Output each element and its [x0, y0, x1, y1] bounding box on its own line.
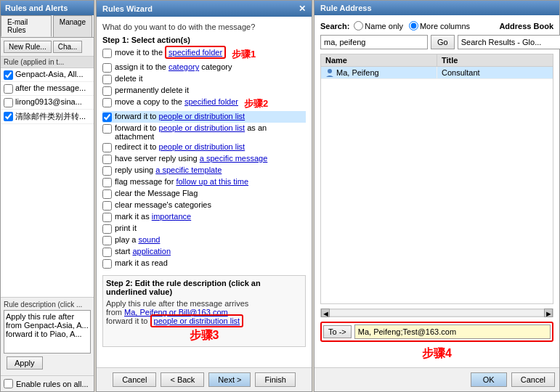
ok-button[interactable]: OK: [471, 372, 507, 387]
action-copy-checkbox[interactable]: [102, 98, 112, 107]
step2-distlist-link[interactable]: people or distribution list: [154, 317, 240, 325]
sound-link[interactable]: sound: [138, 235, 160, 244]
address-footer: OK Cancel: [315, 367, 559, 391]
apply-button[interactable]: Apply: [7, 356, 43, 369]
action-redirect-text: redirect it to people or distribution li…: [115, 142, 245, 151]
tab-manage[interactable]: Manage: [53, 15, 92, 37]
tab-email-rules[interactable]: E-mail Rules: [1, 15, 52, 37]
category-link[interactable]: category: [169, 62, 199, 71]
action-print-text: print it: [115, 224, 137, 232]
cancel-button[interactable]: Cancel: [113, 372, 156, 387]
change-button[interactable]: Cha...: [53, 41, 83, 53]
radio-name-only-input[interactable]: [354, 21, 363, 30]
result-name-0: Ma, Peifeng: [336, 68, 379, 77]
action-server-reply-checkbox[interactable]: [102, 155, 112, 164]
enable-rules-checkbox[interactable]: [4, 379, 13, 388]
action-clear-flag-checkbox[interactable]: [102, 189, 112, 199]
action-forward-attach: forward it to people or distribution lis…: [102, 123, 306, 142]
copy-folder-link[interactable]: specified folder: [184, 97, 238, 106]
new-rule-button[interactable]: New Rule...: [4, 41, 52, 53]
finish-button[interactable]: Finish: [255, 372, 295, 387]
list-item[interactable]: after the message...: [1, 82, 94, 96]
action-forward: forward it to people or distribution lis…: [102, 111, 306, 123]
action-flag-text: flag message for follow up at this time: [115, 177, 248, 186]
action-forward-attach-checkbox[interactable]: [102, 124, 112, 134]
table-row[interactable]: Ma, Peifeng Consultant: [321, 67, 553, 79]
action-redirect: redirect it to people or distribution li…: [102, 142, 306, 153]
action-delete-checkbox[interactable]: [102, 75, 112, 84]
redirect-link[interactable]: people or distribution list: [159, 142, 245, 151]
to-input[interactable]: [354, 324, 551, 339]
action-copy: move a copy to the specified folder 步骤2: [102, 97, 306, 111]
rule-checkbox-3[interactable]: [4, 112, 13, 121]
rules-toolbar: New Rule... Cha...: [1, 38, 94, 57]
action-mark-importance-text: mark it as importance: [115, 212, 191, 221]
application-link[interactable]: application: [132, 247, 171, 256]
back-button[interactable]: < Back: [161, 372, 204, 387]
rule-checkbox-2[interactable]: [4, 98, 13, 107]
forward-attach-link[interactable]: people or distribution list: [159, 123, 245, 132]
action-clear-categories-checkbox[interactable]: [102, 201, 112, 211]
specified-folder-link[interactable]: specified folder: [169, 48, 222, 57]
rule-checkbox-0[interactable]: [4, 70, 13, 80]
action-print-checkbox[interactable]: [102, 224, 112, 234]
action-server-reply-text: have server reply using a specific messa…: [115, 154, 267, 163]
next-button[interactable]: Next >: [208, 372, 251, 387]
action-redirect-checkbox[interactable]: [102, 143, 112, 152]
go-button[interactable]: Go: [431, 35, 455, 49]
action-mark-read-checkbox[interactable]: [102, 259, 112, 269]
address-content: Search: Name only More columns Address B…: [315, 15, 559, 367]
radio-more-columns[interactable]: More columns: [409, 21, 470, 30]
action-forward-attach-text: forward it to people or distribution lis…: [115, 123, 306, 141]
rule-checkbox-1[interactable]: [4, 84, 13, 94]
action-move-checkbox[interactable]: [102, 49, 112, 58]
cell-name: Ma, Peifeng: [321, 67, 437, 78]
rule-description-area: Rule description (click ... Apply this r…: [1, 297, 94, 375]
rules-alerts-title: Rules and Alerts: [1, 1, 94, 15]
cell-title: Consultant: [437, 67, 553, 78]
address-cancel-button[interactable]: Cancel: [511, 372, 555, 387]
wizard-title-text: Rules Wizard: [102, 4, 153, 13]
action-assign-checkbox[interactable]: [102, 63, 112, 73]
scroll-right-btn[interactable]: ►: [544, 309, 553, 317]
radio-more-columns-input[interactable]: [409, 21, 418, 30]
description-text: Apply this rule afterfrom Genpact-Asia, …: [6, 312, 89, 338]
step2-title: Step 2: Edit the rule description (click…: [106, 279, 302, 296]
action-reply-template-checkbox[interactable]: [102, 166, 112, 176]
to-button[interactable]: To ->: [323, 325, 352, 338]
reply-template-link[interactable]: a specific template: [155, 166, 222, 174]
action-flag-checkbox[interactable]: [102, 178, 112, 187]
step2-from-prefix: from: [106, 308, 124, 317]
action-sound: play a sound: [102, 234, 306, 246]
search-input[interactable]: [320, 35, 428, 49]
search-results-input[interactable]: [458, 35, 560, 49]
wizard-footer: Cancel < Back Next > Finish: [97, 367, 312, 391]
action-mark-importance-checkbox[interactable]: [102, 213, 112, 222]
action-delete-text: delete it: [115, 74, 143, 83]
radio-name-only[interactable]: Name only: [354, 21, 403, 30]
forward-distlist-link[interactable]: people or distribution list: [159, 112, 245, 121]
flag-link[interactable]: follow up at this time: [176, 177, 248, 186]
wizard-close-button[interactable]: ✕: [299, 4, 306, 14]
radio-name-only-label: Name only: [365, 22, 403, 30]
action-copy-text: move a copy to the specified folder: [115, 97, 238, 106]
rules-list: Genpact-Asia, All... after the message..…: [1, 68, 94, 297]
search-label: Search:: [320, 22, 349, 30]
address-scrollbar[interactable]: ◄ ►: [320, 309, 553, 317]
server-reply-link[interactable]: a specific message: [200, 154, 268, 163]
action-sound-checkbox[interactable]: [102, 236, 112, 245]
action-assign-text: assign it to the category category: [115, 62, 232, 71]
list-item[interactable]: Genpact-Asia, All...: [1, 68, 94, 82]
action-perm-delete-checkbox[interactable]: [102, 86, 112, 96]
step2-desc: Apply this rule after the message arrive…: [106, 299, 302, 325]
list-item[interactable]: lirong0913@sina...: [1, 96, 94, 110]
action-application-checkbox[interactable]: [102, 248, 112, 257]
action-mark-read-text: mark it as read: [115, 258, 168, 267]
action-forward-checkbox[interactable]: [102, 113, 112, 122]
action-delete: delete it: [102, 73, 306, 85]
scroll-left-btn[interactable]: ◄: [321, 309, 330, 317]
rule-description-label: Rule description (click ...: [4, 301, 91, 309]
importance-link[interactable]: importance: [152, 212, 191, 221]
svg-point-0: [328, 69, 332, 73]
list-item[interactable]: 清除邮件类别并转...: [1, 110, 94, 124]
